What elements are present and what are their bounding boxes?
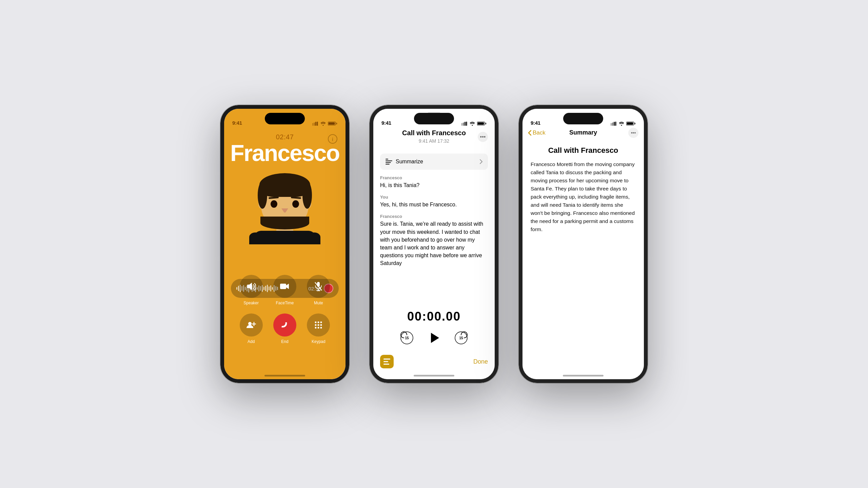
summary-nav: Back Summary ••• <box>522 129 644 136</box>
svg-rect-28 <box>466 122 467 126</box>
svg-rect-25 <box>461 123 462 126</box>
summary-more-button[interactable]: ••• <box>628 128 638 138</box>
svg-rect-45 <box>611 123 612 126</box>
svg-rect-43 <box>383 361 388 362</box>
transcript-footer: Done <box>380 355 488 368</box>
status-time-2: 9:41 <box>381 120 391 126</box>
end-button[interactable]: End <box>273 313 296 344</box>
transcript-content: Francesco Hi, is this Tania? You Yes, hi… <box>373 175 495 311</box>
svg-rect-27 <box>465 122 466 126</box>
skip-forward-button[interactable]: 15 <box>454 330 469 345</box>
summarize-label: Summarize <box>396 159 423 165</box>
phone-transcript: 9:41 Call with Francesco 9:41 AM 17:32 •… <box>370 105 498 383</box>
playback-controls: 15 15 <box>373 329 495 347</box>
svg-point-22 <box>315 327 317 329</box>
status-icons-1 <box>312 121 337 126</box>
speaker-button[interactable]: Speaker <box>240 275 263 305</box>
add-button[interactable]: Add <box>240 313 263 344</box>
svg-point-20 <box>318 324 319 326</box>
svg-point-17 <box>318 322 319 323</box>
svg-rect-3 <box>317 122 318 126</box>
transcript-icon-button[interactable] <box>380 355 394 368</box>
speaker-2: You <box>380 195 488 200</box>
svg-rect-46 <box>612 122 613 126</box>
phone-active-call: 9:41 02:47 Francesco i <box>220 105 349 383</box>
svg-point-13 <box>248 322 252 325</box>
facetime-label: FaceTime <box>276 301 294 305</box>
svg-marker-39 <box>431 333 439 343</box>
summary-body-text: Francesco Moretti from the moving compan… <box>531 160 636 233</box>
transcript-message-1: Francesco Hi, is this Tania? <box>380 175 488 189</box>
svg-point-24 <box>320 327 322 329</box>
transcript-message-2: You Yes, hi, this must be Francesco. <box>380 195 488 208</box>
transcript-subtitle: 9:41 AM 17:32 <box>379 138 489 144</box>
message-2: Yes, hi, this must be Francesco. <box>380 201 488 208</box>
transcript-header: Call with Francesco 9:41 AM 17:32 <box>373 129 495 144</box>
back-button[interactable]: Back <box>528 129 546 136</box>
svg-rect-36 <box>386 164 390 165</box>
svg-text:15: 15 <box>459 336 463 340</box>
svg-rect-7 <box>336 123 337 124</box>
speaker-1: Francesco <box>380 175 488 180</box>
facetime-button[interactable]: FaceTime <box>273 275 296 305</box>
speaker-label: Speaker <box>243 301 259 305</box>
back-label: Back <box>533 129 546 136</box>
svg-rect-42 <box>383 359 390 360</box>
svg-rect-44 <box>383 364 389 365</box>
svg-rect-2 <box>315 122 316 126</box>
summary-nav-title: Summary <box>569 129 597 136</box>
end-label: End <box>281 339 288 344</box>
svg-point-16 <box>315 322 317 323</box>
svg-point-49 <box>621 125 622 126</box>
done-button[interactable]: Done <box>473 358 488 365</box>
play-button[interactable] <box>425 329 443 347</box>
svg-rect-31 <box>478 122 484 125</box>
mute-button[interactable]: Mute <box>307 275 330 305</box>
skip-back-button[interactable]: 15 <box>399 330 414 345</box>
summary-call-title: Call with Francesco <box>531 146 636 155</box>
playback-area: 00:00.00 15 15 <box>373 309 495 352</box>
home-indicator-1 <box>264 375 305 377</box>
status-time-1: 9:41 <box>232 120 242 126</box>
svg-rect-48 <box>615 122 616 126</box>
message-3: Sure is. Tania, we're all ready to assis… <box>380 220 488 267</box>
svg-point-23 <box>318 327 319 329</box>
svg-rect-32 <box>485 123 487 124</box>
svg-rect-8 <box>280 284 286 289</box>
svg-rect-33 <box>386 159 388 160</box>
mute-label: Mute <box>314 301 323 305</box>
dynamic-island <box>265 113 305 124</box>
svg-point-18 <box>320 322 322 323</box>
svg-rect-47 <box>614 122 615 126</box>
playback-time: 00:00.00 <box>373 309 495 324</box>
svg-rect-34 <box>386 160 392 161</box>
call-controls: Speaker FaceTime Mute <box>224 275 346 352</box>
svg-rect-51 <box>627 122 633 125</box>
speaker-3: Francesco <box>380 214 488 219</box>
svg-rect-35 <box>386 162 391 163</box>
transcript-message-3: Francesco Sure is. Tania, we're all read… <box>380 214 488 267</box>
phone-summary: 9:41 Back Summary ••• Call with Francesc… <box>519 105 648 383</box>
home-indicator-2 <box>414 375 454 377</box>
dynamic-island-3 <box>563 113 603 124</box>
svg-rect-26 <box>463 122 464 126</box>
svg-point-29 <box>472 125 473 126</box>
svg-rect-6 <box>329 122 335 125</box>
dynamic-island-2 <box>414 113 454 124</box>
more-options-button[interactable]: ••• <box>478 132 488 142</box>
add-label: Add <box>248 339 255 344</box>
status-icons-2 <box>461 121 487 126</box>
keypad-button[interactable]: Keypad <box>307 313 330 344</box>
caller-name: Francesco <box>224 141 346 164</box>
keypad-label: Keypad <box>312 339 326 344</box>
svg-rect-1 <box>314 122 315 126</box>
transcript-title: Call with Francesco <box>379 129 489 137</box>
svg-text:15: 15 <box>405 336 409 340</box>
summarize-button[interactable]: Summarize <box>380 154 488 170</box>
info-icon[interactable]: i <box>328 134 337 144</box>
svg-rect-0 <box>312 123 313 126</box>
svg-point-4 <box>323 125 324 126</box>
summary-content: Call with Francesco Francesco Moretti fr… <box>531 146 636 359</box>
memoji-avatar <box>251 170 319 251</box>
svg-point-19 <box>315 324 317 326</box>
